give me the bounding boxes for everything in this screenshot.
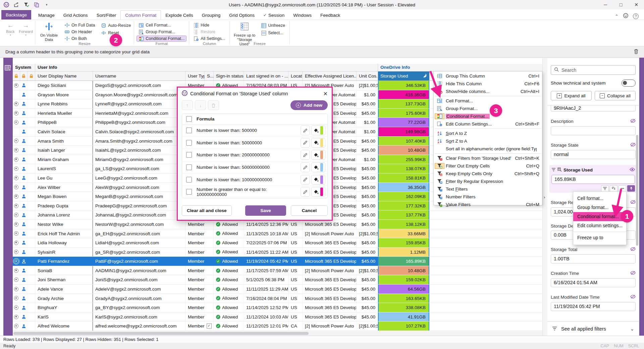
edit-rule-button[interactable] bbox=[301, 150, 310, 160]
storage-used-cell[interactable]: 338.08KB bbox=[378, 303, 429, 312]
qat-dropdown-icon[interactable]: ▾ bbox=[44, 2, 50, 8]
storage-used-cell[interactable]: 159.02KB bbox=[378, 275, 429, 284]
user-icon-cell[interactable] bbox=[20, 81, 28, 90]
table-row[interactable]: Alfred Welcomealfred.welcome@sygx2.onmic… bbox=[13, 321, 542, 331]
filter-lines-icon[interactable] bbox=[551, 167, 556, 172]
row-target-cell[interactable] bbox=[13, 183, 20, 192]
user-display-name-cell[interactable]: Alfred Welcome bbox=[35, 321, 93, 331]
storage-used-cell[interactable]: 107.40KB bbox=[378, 137, 429, 146]
popup-item-conditional-format[interactable]: Conditional format... bbox=[573, 212, 626, 221]
tab-backstage[interactable]: Backstage bbox=[1, 10, 31, 19]
smiley-icon[interactable] bbox=[623, 13, 628, 19]
unit-cost-cell[interactable]: $45.00 bbox=[357, 220, 378, 229]
location-cell[interactable]: US bbox=[288, 229, 303, 238]
collapse-all-button[interactable]: −Collapse all bbox=[595, 91, 636, 100]
fill-color-button[interactable] bbox=[311, 150, 325, 160]
user-display-name-cell[interactable]: Henrietta Mueller bbox=[35, 109, 93, 118]
delete-rule-button[interactable] bbox=[208, 100, 219, 110]
user-icon-cell[interactable] bbox=[20, 192, 28, 201]
eye-slash-icon[interactable] bbox=[630, 118, 636, 124]
last-signed-in-cell[interactable]: 7/22/2025 07:06 PM bbox=[244, 238, 288, 247]
user-display-name-cell[interactable]: Lynne Robbins bbox=[35, 99, 93, 108]
username-cell[interactable]: JoniS@sygx2.onmicrosoft.com bbox=[93, 275, 185, 284]
rule-checkbox[interactable] bbox=[186, 152, 192, 158]
grouping-zone[interactable]: Drag a column header to this grouping zo… bbox=[0, 46, 644, 58]
storage-used-cell[interactable]: 10.48GB bbox=[378, 266, 429, 275]
user-icon-cell[interactable] bbox=[20, 312, 28, 321]
location-cell[interactable]: US bbox=[288, 294, 303, 303]
tab-feedback[interactable]: Feedback bbox=[316, 11, 344, 19]
rule-checkbox[interactable] bbox=[186, 128, 192, 133]
expand-chevron-icon[interactable]: › bbox=[10, 66, 11, 71]
menu-item-text-filters[interactable]: TText Filters bbox=[434, 185, 542, 193]
sync-status-cell[interactable] bbox=[205, 238, 214, 247]
table-row[interactable]: Joni ShermanJoniS@sygx2.onmicrosoft.comM… bbox=[13, 275, 542, 285]
menu-item-group-this-column[interactable]: Group This ColumnCtrl+I bbox=[434, 72, 542, 80]
unit-cost-cell[interactable]: $45.00 bbox=[357, 210, 378, 219]
unit-cost-cell[interactable]: $45.00 bbox=[357, 192, 378, 201]
last-signed-in-cell[interactable]: 7/16/2024 08:04 PM bbox=[244, 294, 288, 303]
panel-scrollbar-thumb[interactable] bbox=[636, 135, 638, 246]
sign-in-status-cell[interactable]: ✓Allowed bbox=[214, 294, 244, 303]
column-header-sign-in-status[interactable]: Sign-in status bbox=[214, 71, 244, 81]
menu-item-value-filters[interactable]: ✓Value FiltersCtrl+M bbox=[434, 201, 542, 208]
unit-cost-cell[interactable]: $1.00 bbox=[357, 127, 378, 136]
sign-in-status-cell[interactable]: ✓Allowed bbox=[214, 275, 244, 284]
column-header-user-type[interactable]: User Type bbox=[185, 71, 205, 81]
band-system[interactable]: System bbox=[13, 64, 35, 71]
user-icon-cell[interactable] bbox=[20, 164, 28, 173]
row-target-cell[interactable] bbox=[13, 127, 20, 136]
eye-slash-icon[interactable] bbox=[630, 294, 636, 300]
unit-cost-cell[interactable]: $45.00 bbox=[357, 164, 378, 173]
storage-used-cell[interactable]: 138.07KB bbox=[378, 164, 429, 173]
menu-item-edit-column-settings[interactable]: Edit Column Settings...Ctrl+Shift+F bbox=[434, 120, 542, 128]
table-row[interactable]: Patti FernandezPattiF@sygx2.onmicrosoft.… bbox=[13, 257, 542, 266]
last-signed-in-cell[interactable]: 11/14/2025 12:52 PM bbox=[244, 303, 288, 312]
band-onedrive-info[interactable]: OneDrive Info bbox=[378, 64, 542, 71]
expand-all-button[interactable]: +Expand all bbox=[551, 91, 592, 100]
unit-cost-cell[interactable]: $1.00 bbox=[357, 155, 378, 164]
storage-used-cell[interactable]: 175.60KB bbox=[378, 109, 429, 118]
row-target-cell[interactable] bbox=[13, 220, 20, 229]
band-user-info[interactable]: User Info bbox=[35, 64, 378, 71]
user-display-name-cell[interactable]: Erick Hoff The Admin bbox=[35, 229, 93, 238]
eye-slash-icon[interactable] bbox=[630, 142, 636, 148]
collapse-ribbon-icon[interactable]: ⌃ bbox=[615, 14, 619, 19]
show-technical-toggle[interactable] bbox=[622, 80, 636, 87]
column-header-last-signed-in-on[interactable]: Last signed in on - ... bbox=[244, 71, 288, 81]
username-cell[interactable]: LynneR@sygx2.onmicrosoft.com bbox=[93, 99, 185, 108]
location-cell[interactable]: US bbox=[288, 275, 303, 284]
storage-used-cell[interactable]: 1.12MB bbox=[378, 248, 429, 257]
all-settings-button[interactable]: All Settings... bbox=[192, 36, 227, 41]
unit-cost-cell[interactable]: $1.00 bbox=[357, 90, 378, 99]
sync-status-cell[interactable] bbox=[205, 294, 214, 303]
storage-used-cell[interactable]: 162.09KB bbox=[378, 192, 429, 201]
eye-icon[interactable] bbox=[630, 167, 635, 173]
license-cell[interactable]: [2] Microsoft Power Auto bbox=[303, 229, 357, 238]
row-target-cell[interactable] bbox=[13, 321, 20, 331]
sign-in-status-cell[interactable]: ✓Allowed bbox=[214, 266, 244, 275]
user-icon-cell[interactable] bbox=[20, 266, 28, 275]
share-icon[interactable] bbox=[13, 2, 19, 8]
rule-checkbox[interactable] bbox=[186, 177, 192, 183]
user-display-name-cell[interactable]: Nestor Wilke bbox=[35, 220, 93, 229]
username-cell[interactable]: DiegoS@sygx2.onmicrosoft.com bbox=[93, 81, 185, 90]
storage-used-cell[interactable]: 41.91GB bbox=[378, 312, 429, 321]
storage-state-field[interactable]: normal bbox=[551, 150, 636, 159]
user-display-name-cell[interactable]: Adele Vance bbox=[35, 285, 93, 294]
user-type-cell[interactable]: Member bbox=[185, 285, 205, 294]
location-cell[interactable]: US bbox=[288, 257, 303, 266]
username-cell[interactable]: AADMIN1@sygx2.onmicrosoft.com bbox=[93, 266, 185, 275]
location-cell[interactable]: US bbox=[288, 285, 303, 294]
menu-item-keep-empty-cells-only[interactable]: ▨Keep Empty Cells OnlyCtrl+Shift+Q bbox=[434, 170, 542, 178]
filter-lines-button[interactable] bbox=[601, 185, 609, 192]
tab-session[interactable]: ✓Session bbox=[259, 11, 289, 19]
menu-item-filter-out-empty-cells[interactable]: ▦Filter Out Empty CellsCtrl+Q bbox=[434, 162, 542, 170]
username-cell[interactable]: JohannaL@sygx2.onmicrosoft.com bbox=[93, 210, 185, 219]
save-button[interactable]: Save bbox=[245, 205, 286, 216]
on-visible-data-button[interactable]: On Visible Data bbox=[38, 21, 60, 41]
license-cell[interactable]: [2] Microsoft Power Auto bbox=[303, 266, 357, 275]
last-signed-in-cell[interactable]: 11/11/2025 11:29 AM bbox=[244, 285, 288, 294]
popup-item-edit-column-settings[interactable]: Edit column settings... bbox=[573, 221, 626, 230]
user-icon-cell[interactable] bbox=[20, 210, 28, 219]
